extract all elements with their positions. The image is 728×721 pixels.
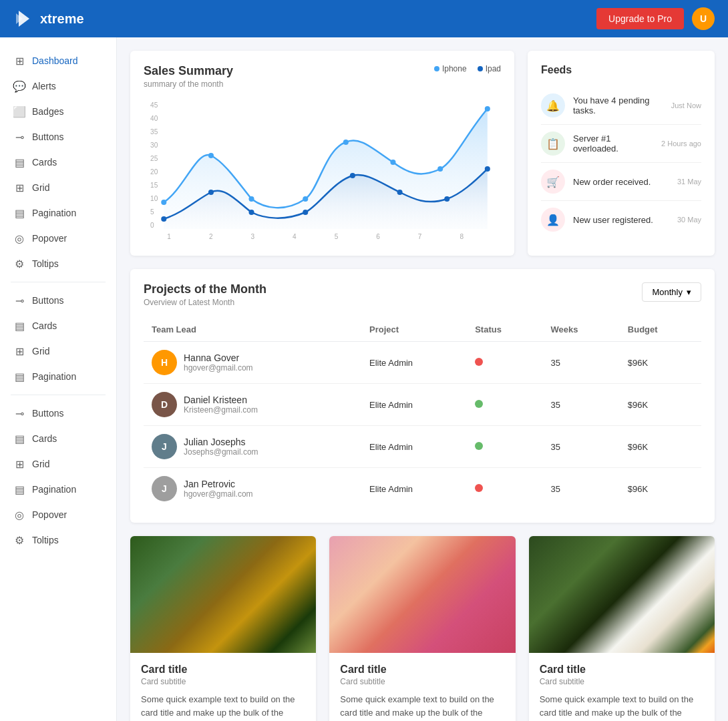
budget-cell: $96K xyxy=(620,468,701,510)
table-header-row: Team Lead Project Status Weeks Budget xyxy=(144,318,701,342)
buttons-icon-2: ⊸ xyxy=(13,294,25,306)
projects-table-body: H Hanna Gover hgover@gmail.com Elite Adm… xyxy=(144,342,701,510)
pagination-icon-2: ▤ xyxy=(13,371,25,383)
sidebar-item-buttons[interactable]: ⊸ Buttons xyxy=(0,124,116,150)
avatar: H xyxy=(152,350,177,375)
sidebar-item-cards-2[interactable]: ▤ Cards xyxy=(0,313,116,338)
feeds-title: Feeds xyxy=(541,64,701,76)
sidebar-label-cards: Cards xyxy=(32,157,57,168)
budget-cell: $96K xyxy=(620,342,701,384)
buttons-icon-3: ⊸ xyxy=(13,407,25,419)
card-body-2: Card title Card subtitle Some quick exam… xyxy=(329,653,515,721)
sidebar-item-cards[interactable]: ▤ Cards xyxy=(0,150,116,175)
sidebar-item-grid-3[interactable]: ⊞ Grid xyxy=(0,451,116,477)
status-cell xyxy=(467,468,542,510)
toltips-icon: ⚙ xyxy=(13,258,25,270)
chart-header: Sales Summary summary of the month Iphon… xyxy=(144,64,501,89)
iphone-dot-1 xyxy=(161,200,166,205)
card-title-2: Card title xyxy=(340,664,504,676)
feeds-card: Feeds 🔔 You have 4 pending tasks. Just N… xyxy=(528,51,715,256)
status-cell xyxy=(467,384,542,426)
projects-card: Projects of the Month Overview of Latest… xyxy=(130,269,715,523)
sidebar-label-alerts: Alerts xyxy=(32,81,56,91)
user-avatar[interactable]: U xyxy=(692,7,715,30)
svg-text:2: 2 xyxy=(209,233,213,240)
sidebar-label-cards-3: Cards xyxy=(32,433,57,444)
svg-text:7: 7 xyxy=(418,233,422,240)
svg-text:40: 40 xyxy=(150,115,158,122)
cards-icon-2: ▤ xyxy=(13,320,25,332)
col-project: Project xyxy=(361,318,467,342)
lead-email: Kristeen@gmail.com xyxy=(184,405,258,415)
lead-info: Jan Petrovic hgover@gmail.com xyxy=(184,479,253,499)
svg-text:3: 3 xyxy=(251,233,255,240)
sidebar-item-pagination-2[interactable]: ▤ Pagination xyxy=(0,364,116,389)
svg-text:45: 45 xyxy=(150,101,158,109)
svg-text:5: 5 xyxy=(335,233,339,240)
sidebar-item-badges[interactable]: ⬜ Badges xyxy=(0,99,116,124)
team-lead-cell: D Daniel Kristeen Kristeen@gmail.com xyxy=(144,384,361,426)
dashboard-icon: ⊞ xyxy=(13,55,25,67)
brand-name: xtreme xyxy=(40,11,84,27)
table-row: D Daniel Kristeen Kristeen@gmail.com Eli… xyxy=(144,384,701,426)
sidebar-item-dashboard[interactable]: ⊞ Dashboard xyxy=(0,48,116,73)
status-cell xyxy=(467,426,542,468)
sidebar-item-cards-3[interactable]: ▤ Cards xyxy=(0,426,116,451)
status-dot xyxy=(475,442,483,450)
badges-icon: ⬜ xyxy=(13,105,25,117)
monthly-filter-button[interactable]: Monthly ▾ xyxy=(642,282,701,302)
feed-item-3: 🛒 New order received. 31 May xyxy=(541,163,701,201)
sidebar-divider-1 xyxy=(11,282,106,282)
legend-ipad: Ipad xyxy=(478,64,501,73)
sidebar-item-grid-2[interactable]: ⊞ Grid xyxy=(0,338,116,364)
svg-text:1: 1 xyxy=(167,233,171,240)
col-status: Status xyxy=(467,318,542,342)
card-subtitle-1: Card subtitle xyxy=(141,677,305,686)
sidebar-label-grid: Grid xyxy=(32,182,49,193)
feed-time-4: 30 May xyxy=(677,216,701,224)
projects-title-group: Projects of the Month Overview of Latest… xyxy=(144,282,266,307)
sidebar-item-alerts[interactable]: 💬 Alerts xyxy=(0,73,116,99)
lead-info: Julian Josephs Josephs@gmail.com xyxy=(184,437,258,457)
weeks-cell: 35 xyxy=(542,384,619,426)
sidebar-item-popover-2[interactable]: ◎ Popover xyxy=(0,502,116,527)
svg-text:20: 20 xyxy=(150,168,158,176)
svg-text:15: 15 xyxy=(150,182,158,189)
feed-content-2: Server #1 overloaded. xyxy=(573,134,653,154)
chart-svg: 45 40 35 30 25 20 15 10 5 0 1 2 3 xyxy=(144,95,501,242)
card-subtitle-2: Card subtitle xyxy=(340,677,504,686)
sales-summary-card: Sales Summary summary of the month Iphon… xyxy=(130,51,514,256)
sidebar-label-buttons-2: Buttons xyxy=(32,295,63,306)
top-navigation: xtreme Upgrade to Pro U xyxy=(0,0,728,37)
sidebar-label-buttons: Buttons xyxy=(32,132,63,142)
upgrade-button[interactable]: Upgrade to Pro xyxy=(596,8,684,29)
sidebar-item-buttons-2[interactable]: ⊸ Buttons xyxy=(0,288,116,313)
sidebar-label-dashboard: Dashboard xyxy=(32,55,78,66)
sidebar-item-pagination-3[interactable]: ▤ Pagination xyxy=(0,477,116,502)
ipad-dot-6 xyxy=(397,190,403,195)
sidebar-item-toltips[interactable]: ⚙ Toltips xyxy=(0,251,116,276)
sidebar-item-toltips-2[interactable]: ⚙ Toltips xyxy=(0,527,116,553)
buttons-icon: ⊸ xyxy=(13,131,25,143)
sales-subtitle: summary of the month xyxy=(144,79,233,89)
weeks-cell: 35 xyxy=(542,342,619,384)
svg-text:4: 4 xyxy=(293,233,297,240)
card-title-1: Card title xyxy=(141,664,305,676)
status-cell xyxy=(467,342,542,384)
project-cell: Elite Admin xyxy=(361,426,467,468)
lead-info: Daniel Kristeen Kristeen@gmail.com xyxy=(184,395,258,415)
status-dot xyxy=(475,484,483,492)
photo-card-3: Card title Card subtitle Some quick exam… xyxy=(529,536,715,721)
avatar: D xyxy=(152,392,177,417)
photo-card-2: Card title Card subtitle Some quick exam… xyxy=(329,536,515,721)
team-lead-cell: J Jan Petrovic hgover@gmail.com xyxy=(144,468,361,510)
sidebar-item-grid[interactable]: ⊞ Grid xyxy=(0,175,116,200)
sidebar-item-buttons-3[interactable]: ⊸ Buttons xyxy=(0,401,116,426)
projects-header: Projects of the Month Overview of Latest… xyxy=(144,282,701,307)
sidebar-item-pagination[interactable]: ▤ Pagination xyxy=(0,200,116,226)
pagination-icon-3: ▤ xyxy=(13,483,25,495)
avatar: J xyxy=(152,476,177,501)
feed-content-1: You have 4 pending tasks. xyxy=(573,95,663,115)
feed-item-2: 📋 Server #1 overloaded. 2 Hours ago xyxy=(541,125,701,163)
sidebar-item-popover[interactable]: ◎ Popover xyxy=(0,226,116,251)
